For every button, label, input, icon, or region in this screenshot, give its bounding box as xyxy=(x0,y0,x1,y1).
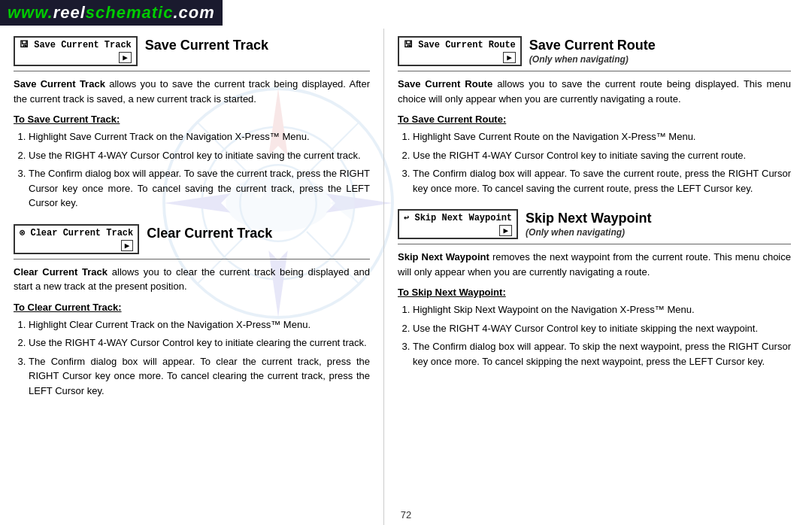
save-track-step-2: Use the RIGHT 4-WAY Cursor Control key t… xyxy=(29,148,370,163)
skip-waypoint-step-1: Highlight Skip Next Waypoint on the Navi… xyxy=(413,302,791,317)
save-track-menu-label: 🖫 Save Current Track xyxy=(20,39,132,50)
save-route-menu-label: 🖫 Save Current Route xyxy=(404,39,516,50)
save-track-arrow: ▶ xyxy=(119,52,132,63)
clear-track-section: ⊗ Clear Current Track ▶ Clear Current Tr… xyxy=(14,224,370,399)
clear-track-subsection: To Clear Current Track: xyxy=(14,302,370,313)
skip-waypoint-bold: Skip Next Waypoint xyxy=(398,251,489,262)
skip-waypoint-title-block: Skip Next Waypoint (Only when navigating… xyxy=(526,209,651,238)
clear-track-title: Clear Current Track xyxy=(147,226,272,242)
save-track-title-block: Save Current Track xyxy=(145,36,268,54)
clear-track-divider xyxy=(14,259,370,259)
clear-track-step-2: Use the RIGHT 4-WAY Cursor Control key t… xyxy=(29,335,370,351)
save-track-header-row: 🖫 Save Current Track ▶ Save Current Trac… xyxy=(14,36,370,66)
save-route-title: Save Current Route xyxy=(529,38,656,54)
save-route-title-block: Save Current Route (Only when navigating… xyxy=(529,36,656,65)
skip-waypoint-subsection: To Skip Next Waypoint: xyxy=(398,287,791,298)
save-route-divider xyxy=(398,71,791,71)
skip-waypoint-divider xyxy=(398,244,791,244)
watermark-bar: www.reelschematic.com xyxy=(0,0,812,26)
save-route-step-2: Use the RIGHT 4-WAY Cursor Control key t… xyxy=(413,148,791,163)
clear-track-steps: Highlight Clear Current Track on the Nav… xyxy=(14,317,370,399)
save-route-step-1: Highlight Save Current Route on the Navi… xyxy=(413,129,791,144)
skip-waypoint-step-2: Use the RIGHT 4-WAY Cursor Control key t… xyxy=(413,321,791,336)
save-track-bold: Save Current Track xyxy=(14,78,105,90)
save-route-arrow: ▶ xyxy=(503,52,516,63)
watermark-text: www.reelschematic.com xyxy=(8,3,215,22)
save-track-icon: 🖫 xyxy=(20,40,34,50)
clear-track-body: Clear Current Track allows you to clear … xyxy=(14,265,370,294)
save-route-body: Save Current Route allows you to save th… xyxy=(398,77,791,106)
save-route-section: 🖫 Save Current Route ▶ Save Current Rout… xyxy=(398,36,791,196)
save-track-body: Save Current Track allows you to save th… xyxy=(14,77,370,106)
skip-waypoint-title: Skip Next Waypoint xyxy=(526,211,651,227)
clear-track-menu-box: ⊗ Clear Current Track ▶ xyxy=(14,224,139,254)
skip-waypoint-icon: ↩ xyxy=(404,213,414,223)
clear-track-step-1: Highlight Clear Current Track on the Nav… xyxy=(29,317,370,332)
skip-waypoint-steps: Highlight Skip Next Waypoint on the Navi… xyxy=(398,302,791,369)
left-column: 🖫 Save Current Track ▶ Save Current Trac… xyxy=(0,29,383,525)
clear-track-arrow: ▶ xyxy=(121,240,134,251)
save-track-step-3: The Confirm dialog box will appear. To s… xyxy=(29,166,370,211)
save-track-steps: Highlight Save Current Track on the Navi… xyxy=(14,129,370,211)
save-route-icon: 🖫 xyxy=(404,40,418,50)
save-route-header-row: 🖫 Save Current Route ▶ Save Current Rout… xyxy=(398,36,791,66)
clear-track-step-3: The Confirm dialog box will appear. To c… xyxy=(29,354,370,399)
save-track-divider xyxy=(14,71,370,71)
save-track-step-1: Highlight Save Current Track on the Navi… xyxy=(29,129,370,144)
right-column: 🖫 Save Current Route ▶ Save Current Rout… xyxy=(383,29,804,525)
clear-track-menu-label: ⊗ Clear Current Track xyxy=(20,227,133,238)
save-route-only-when: (Only when navigating) xyxy=(529,54,656,65)
save-track-title: Save Current Track xyxy=(145,38,268,54)
skip-waypoint-step-3: The Confirm dialog box will appear. To s… xyxy=(413,339,791,369)
skip-waypoint-header-row: ↩ Skip Next Waypoint ▶ Skip Next Waypoin… xyxy=(398,209,791,239)
skip-waypoint-menu-box: ↩ Skip Next Waypoint ▶ xyxy=(398,209,518,239)
save-route-step-3: The Confirm dialog box will appear. To s… xyxy=(413,166,791,196)
skip-waypoint-body: Skip Next Waypoint removes the next wayp… xyxy=(398,250,791,279)
skip-waypoint-only-when: (Only when navigating) xyxy=(526,227,651,238)
skip-waypoint-menu-label: ↩ Skip Next Waypoint xyxy=(404,212,512,223)
clear-track-header-row: ⊗ Clear Current Track ▶ Clear Current Tr… xyxy=(14,224,370,254)
save-track-subsection: To Save Current Track: xyxy=(14,114,370,125)
clear-track-bold: Clear Current Track xyxy=(14,266,108,278)
save-route-steps: Highlight Save Current Route on the Navi… xyxy=(398,129,791,196)
save-track-section: 🖫 Save Current Track ▶ Save Current Trac… xyxy=(14,36,370,211)
save-route-subsection: To Save Current Route: xyxy=(398,114,791,125)
clear-track-title-block: Clear Current Track xyxy=(147,224,272,242)
clear-track-icon: ⊗ xyxy=(20,228,30,238)
skip-waypoint-arrow: ▶ xyxy=(499,225,512,236)
page-container: 🖫 Save Current Track ▶ Save Current Trac… xyxy=(0,29,812,525)
save-route-menu-box: 🖫 Save Current Route ▶ xyxy=(398,36,522,66)
skip-waypoint-section: ↩ Skip Next Waypoint ▶ Skip Next Waypoin… xyxy=(398,209,791,369)
save-route-bold: Save Current Route xyxy=(398,78,492,90)
save-track-menu-box: 🖫 Save Current Track ▶ xyxy=(14,36,138,66)
